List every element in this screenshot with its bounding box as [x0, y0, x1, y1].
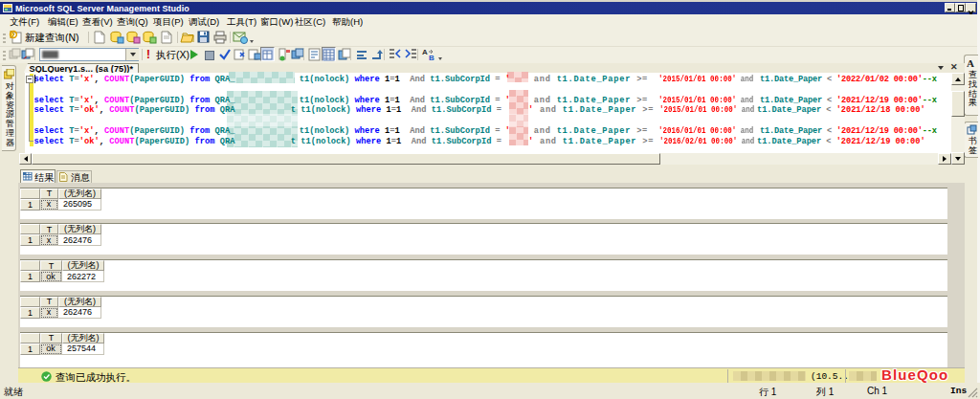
svg-text:B: B	[429, 54, 434, 62]
svg-text:A: A	[967, 57, 974, 69]
svg-text:A: A	[422, 48, 428, 56]
